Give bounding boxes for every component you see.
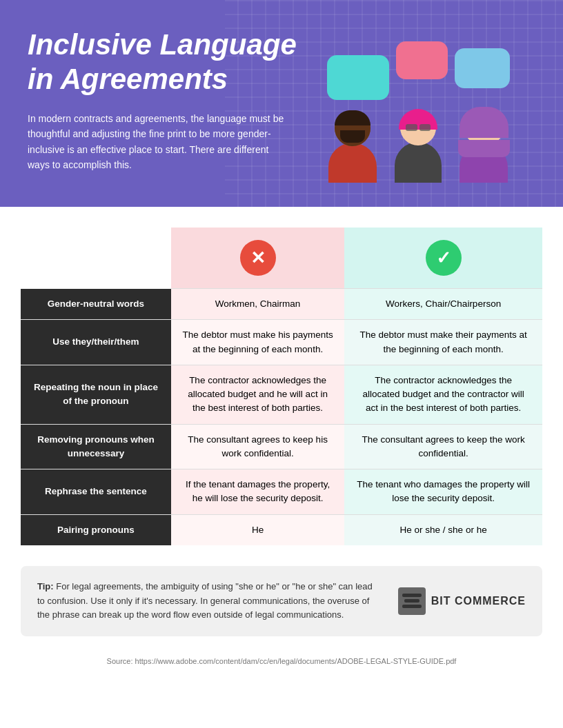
header-section: Inclusive Language in Agreements In mode… bbox=[0, 0, 563, 207]
main-content: ✕ ✓ Gender-neutral words Workmen, Chairm… bbox=[0, 207, 563, 686]
avatar-3-head bbox=[465, 110, 503, 147]
avatar-1-head bbox=[335, 110, 371, 146]
row-right-5: The tenant who damages the property will… bbox=[344, 469, 542, 515]
row-label-1: Gender-neutral words bbox=[21, 289, 171, 320]
table-header-right: ✓ bbox=[344, 228, 542, 289]
table-row: Rephrase the sentence If the tenant dama… bbox=[21, 469, 542, 515]
avatar-3-hijab bbox=[460, 107, 508, 138]
row-label-2: Use they/their/them bbox=[21, 320, 171, 365]
right-icon: ✓ bbox=[436, 245, 451, 272]
avatar-1-hair bbox=[335, 110, 371, 125]
tip-label: Tip: bbox=[37, 581, 54, 592]
table-header-empty bbox=[21, 228, 171, 289]
page-title: Inclusive Language in Agreements bbox=[28, 28, 301, 97]
header-description: In modern contracts and agreements, the … bbox=[28, 111, 290, 173]
row-wrong-1: Workmen, Chairman bbox=[171, 289, 344, 320]
row-right-6: He or she / she or he bbox=[344, 514, 542, 545]
table-row: Pairing pronouns He He or she / she or h… bbox=[21, 514, 542, 545]
table-body: Gender-neutral words Workmen, Chairman W… bbox=[21, 289, 542, 545]
wrong-icon-circle: ✕ bbox=[240, 240, 276, 276]
table-row: Gender-neutral words Workmen, Chairman W… bbox=[21, 289, 542, 320]
row-wrong-4: The consultant agrees to keep his work c… bbox=[171, 424, 344, 469]
avatar-2 bbox=[386, 110, 451, 183]
bit-commerce-brand: BIT COMMERCE bbox=[398, 587, 526, 615]
avatar-1-face bbox=[335, 110, 371, 146]
table-header-wrong: ✕ bbox=[171, 228, 344, 289]
row-label-3: Repeating the noun in place of the prono… bbox=[21, 365, 171, 424]
avatar-2-glasses bbox=[406, 124, 431, 131]
table-row: Removing pronouns when unnecessary The c… bbox=[21, 424, 542, 469]
row-label-4: Removing pronouns when unnecessary bbox=[21, 424, 171, 469]
tip-content: For legal agreements, the ambiguity of u… bbox=[37, 581, 373, 620]
table-row: Repeating the noun in place of the prono… bbox=[21, 365, 542, 424]
avatar-2-body bbox=[395, 142, 442, 183]
row-label-5: Rephrase the sentence bbox=[21, 469, 171, 515]
row-right-1: Workers, Chair/Chairperson bbox=[344, 289, 542, 320]
header-right bbox=[301, 28, 535, 183]
table-row: Use they/their/them The debtor must make… bbox=[21, 320, 542, 365]
row-wrong-3: The contractor acknowledges the allocate… bbox=[171, 365, 344, 424]
header-left: Inclusive Language in Agreements In mode… bbox=[28, 28, 301, 172]
avatar-1 bbox=[320, 110, 386, 183]
wrong-icon: ✕ bbox=[250, 245, 266, 272]
glass-lens-left bbox=[406, 124, 417, 131]
avatar-1-body bbox=[328, 143, 377, 183]
row-right-4: The consultant agrees to keep the work c… bbox=[344, 424, 542, 469]
tip-box: Tip: For legal agreements, the ambiguity… bbox=[21, 566, 542, 636]
chat-bubble-2 bbox=[396, 41, 448, 79]
bit-icon bbox=[398, 587, 426, 615]
glass-lens-right bbox=[419, 124, 431, 131]
row-label-6: Pairing pronouns bbox=[21, 514, 171, 545]
bit-icon-line-2 bbox=[404, 599, 419, 603]
comparison-table: ✕ ✓ Gender-neutral words Workmen, Chairm… bbox=[21, 228, 542, 545]
chat-bubble-3 bbox=[455, 48, 510, 88]
brand-name: BIT COMMERCE bbox=[431, 595, 526, 607]
source-text: Source: https://www.adobe.com/content/da… bbox=[21, 650, 542, 672]
avatar-3-hijab-bottom bbox=[458, 140, 510, 157]
row-wrong-6: He bbox=[171, 514, 344, 545]
chat-bubble-1 bbox=[327, 55, 389, 100]
avatar-3 bbox=[451, 110, 517, 183]
right-icon-circle: ✓ bbox=[426, 240, 462, 276]
table-header-row: ✕ ✓ bbox=[21, 228, 542, 289]
bit-logo: BIT COMMERCE bbox=[398, 587, 526, 615]
row-right-2: The debtor must make their payments at t… bbox=[344, 320, 542, 365]
avatar-2-head bbox=[400, 110, 436, 145]
avatar-1-beard bbox=[340, 130, 365, 143]
tip-text: Tip: For legal agreements, the ambiguity… bbox=[37, 580, 377, 623]
chat-bubbles bbox=[327, 34, 510, 100]
row-right-3: The contractor acknowledges the allocate… bbox=[344, 365, 542, 424]
row-wrong-2: The debtor must make his payments at the… bbox=[171, 320, 344, 365]
avatar-row bbox=[320, 110, 517, 183]
bit-icon-line-1 bbox=[402, 594, 422, 597]
row-wrong-5: If the tenant damages the property, he w… bbox=[171, 469, 344, 515]
bit-icon-line-3 bbox=[402, 605, 422, 608]
